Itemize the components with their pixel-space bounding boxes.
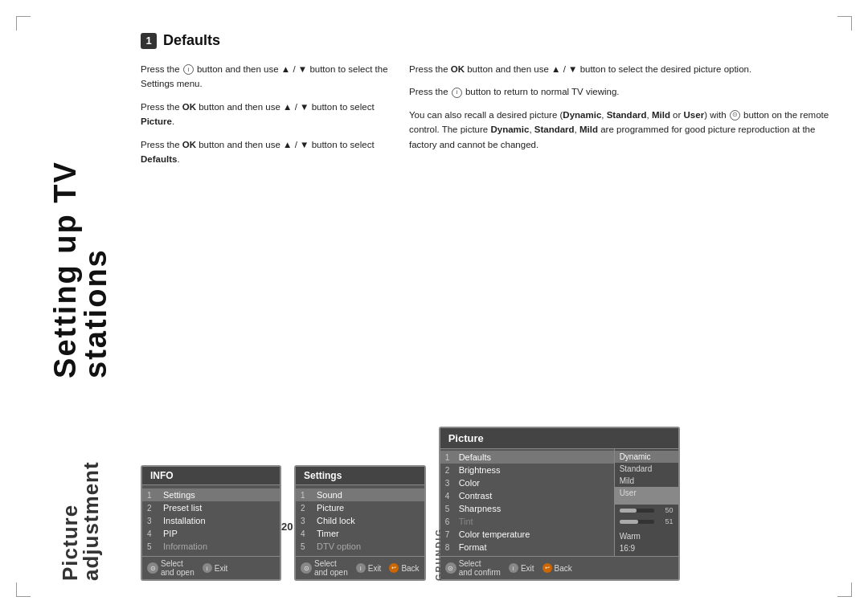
nav-select-icon: ⊙: [147, 562, 158, 574]
picture-back-icon: ↩: [542, 563, 552, 573]
picture-menu: Picture 1 Defaults 2 Brightness 3: [439, 427, 680, 581]
picture-row-7[interactable]: 7 Color temperature: [440, 528, 614, 541]
main-title: Setting up TV stations: [50, 32, 111, 378]
submenu-format: 16:9: [615, 542, 678, 554]
sharpness-bar-fill: [620, 520, 639, 524]
sub-title: Picture adjustment: [59, 385, 101, 581]
back-icon: ↩: [389, 563, 399, 573]
picture-main-list: 1 Defaults 2 Brightness 3 Color: [440, 449, 614, 556]
picture-submenu: Dynamic Standard Mild User: [614, 449, 678, 556]
picture-row-4[interactable]: 4 Contrast: [440, 489, 614, 502]
picture-exit: i Exit: [509, 563, 534, 573]
settings-wrapper: Settings 1 Sound 2 Picture 3 Child lock: [294, 465, 426, 581]
submenu-standard[interactable]: Standard: [615, 463, 678, 475]
settings-footer: ⊙ Selectand open i Exit ↩ Back: [296, 556, 424, 579]
para-3: Press the OK button and then use ▲ / ▼ b…: [141, 137, 390, 167]
para-r3: You can also recall a desired picture (D…: [409, 108, 836, 152]
submenu-dynamic[interactable]: Dynamic: [615, 451, 678, 463]
section-header: 1 Defaults: [141, 32, 836, 49]
corner-mark-bl: [16, 582, 31, 597]
settings-menu-items: 1 Sound 2 Picture 3 Child lock 4 Timer: [296, 485, 424, 556]
nav-settings-icon: ⊙: [301, 562, 312, 574]
corner-mark-tl: [16, 16, 31, 31]
submenu-mild[interactable]: Mild: [615, 475, 678, 487]
corner-mark-tr: [837, 16, 852, 31]
left-column: Press the i button and then use ▲ / ▼ bu…: [141, 62, 390, 174]
nav-picture-exit-icon: i: [509, 563, 518, 573]
picture-row-2[interactable]: 2 Brightness: [440, 464, 614, 476]
info-item-1[interactable]: 1 Settings: [142, 488, 280, 501]
main-content: 1 Defaults Press the i button and then u…: [141, 32, 836, 581]
settings-item-5: 5 DTV option: [296, 540, 424, 553]
info-icon-1: i: [183, 64, 194, 75]
info-menu-items: 1 Settings 2 Preset list 3 Installation …: [142, 485, 280, 556]
settings-back: ↩ Back: [389, 563, 419, 573]
picture-back: ↩ Back: [542, 563, 572, 573]
para-r2: Press the i button to return to normal T…: [409, 84, 836, 99]
info-menu: INFO 1 Settings 2 Preset list 3 Installa…: [141, 465, 281, 581]
info-item-3[interactable]: 3 Installation: [142, 514, 280, 527]
nav-settings-exit-icon: i: [356, 563, 366, 573]
submenu-user[interactable]: User: [615, 487, 678, 505]
info-icon-2: i: [452, 88, 462, 98]
info-item-5: 5 Information: [142, 540, 280, 553]
picture-select: ⊙ Selectand confirm: [445, 559, 501, 577]
picture-row-5[interactable]: 5 Sharpness: [440, 502, 614, 515]
info-exit: i Exit: [203, 563, 228, 573]
submenu-color-temp: Warm: [615, 530, 678, 542]
picture-row-1[interactable]: 1 Defaults: [440, 451, 614, 464]
settings-select: ⊙ Selectand open: [301, 559, 348, 577]
picture-row-8[interactable]: 8 Format: [440, 541, 614, 554]
user-bar: [620, 499, 652, 503]
picture-row-6: 6 Tint: [440, 515, 614, 528]
bottom-menus: INFO 1 Settings 2 Preset list 3 Installa…: [141, 427, 836, 581]
submenu-contrast: 50: [615, 505, 678, 516]
contrast-bar-fill: [620, 509, 637, 513]
picture-row-3[interactable]: 3 Color: [440, 476, 614, 489]
picture-footer: ⊙ Selectand confirm i Exit ↩ Back: [440, 556, 678, 579]
info-item-4[interactable]: 4 PIP: [142, 527, 280, 540]
vertical-title-bar: Setting up TV stations Picture adjustmen…: [32, 32, 129, 581]
info-item-2[interactable]: 2 Preset list: [142, 501, 280, 514]
nav-exit-icon: i: [203, 563, 212, 573]
settings-item-3[interactable]: 3 Child lock: [296, 514, 424, 527]
submenu-sharpness: 51: [615, 516, 678, 527]
para-2: Press the OK button and then use ▲ / ▼ b…: [141, 100, 390, 129]
section-title: Defaults: [163, 32, 220, 49]
settings-exit: i Exit: [356, 563, 382, 573]
right-column: Press the OK button and then use ▲ / ▼ b…: [409, 62, 836, 174]
info-select: ⊙ Selectand open: [147, 559, 194, 577]
settings-item-2[interactable]: 2 Picture: [296, 501, 424, 514]
para-r1: Press the OK button and then use ▲ / ▼ b…: [409, 62, 836, 76]
section-badge: 1: [141, 33, 157, 49]
settings-menu: Settings 1 Sound 2 Picture 3 Child lock: [294, 465, 426, 581]
corner-mark-br: [837, 582, 852, 597]
para-1: Press the i button and then use ▲ / ▼ bu…: [141, 62, 390, 92]
nav-picture-icon: ⊙: [445, 562, 457, 574]
settings-menu-title: Settings: [296, 467, 424, 485]
info-menu-title: INFO: [142, 467, 280, 485]
picture-menu-title: Picture: [440, 428, 678, 449]
grundig-brand: GRUNDIG: [434, 465, 444, 581]
remote-icon: ⊙: [730, 110, 740, 121]
settings-item-4[interactable]: 4 Timer: [296, 527, 424, 540]
picture-content: 1 Defaults 2 Brightness 3 Color: [440, 449, 678, 556]
info-footer: ⊙ Selectand open i Exit: [142, 556, 280, 579]
settings-item-1[interactable]: 1 Sound: [296, 488, 424, 501]
text-columns: Press the i button and then use ▲ / ▼ bu…: [141, 62, 836, 174]
